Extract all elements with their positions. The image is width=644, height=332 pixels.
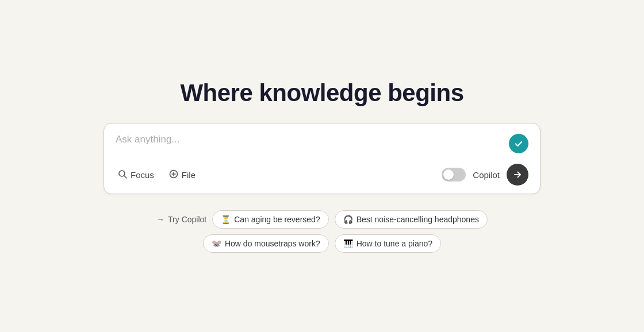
suggestion-text-2: How do mousetraps work? [225,239,320,248]
svg-line-1 [124,176,126,178]
main-container: Where knowledge begins Foc [103,79,540,253]
toolbar-right: Copilot [442,164,528,186]
suggestion-emoji-1: 🎧 [343,215,353,224]
plus-circle-icon [169,169,178,180]
suggestion-emoji-3: 🎹 [343,239,353,248]
suggestion-text-1: Best noise-cancelling headphones [356,215,479,224]
suggestions-area: → Try Copilot ⏳ Can aging be reversed? 🎧… [103,210,540,253]
toggle-track [442,168,466,182]
copilot-toggle[interactable] [442,168,466,182]
suggestion-emoji-0: ⏳ [221,215,231,224]
try-copilot-link[interactable]: → Try Copilot [156,215,206,224]
suggestion-pill-3[interactable]: 🎹 How to tune a piano? [335,234,441,253]
suggestions-row-1: → Try Copilot ⏳ Can aging be reversed? 🎧… [156,210,488,229]
search-toolbar: Focus File [116,164,528,186]
search-icon [118,169,127,180]
focus-label: Focus [131,170,154,180]
check-circle-button[interactable] [509,134,528,153]
focus-button[interactable]: Focus [116,168,156,182]
submit-arrow-button[interactable] [507,164,528,186]
suggestion-emoji-2: 🐭 [212,239,221,248]
suggestion-text-3: How to tune a piano? [356,239,432,248]
suggestion-text-0: Can aging be reversed? [234,215,320,224]
search-box: Focus File [103,123,540,194]
suggestion-pill-1[interactable]: 🎧 Best noise-cancelling headphones [335,210,488,229]
search-input[interactable] [116,134,509,145]
suggestion-pill-0[interactable]: ⏳ Can aging be reversed? [212,210,328,229]
try-copilot-label: Try Copilot [168,215,206,224]
suggestion-pill-2[interactable]: 🐭 How do mousetraps work? [203,234,329,253]
suggestions-row-2: 🐭 How do mousetraps work? 🎹 How to tune … [203,234,441,253]
copilot-label: Copilot [473,170,500,180]
page-heading: Where knowledge begins [180,79,463,107]
file-label: File [182,170,195,180]
search-input-row [116,134,528,153]
toolbar-left: Focus File [116,168,198,182]
try-copilot-arrow-icon: → [156,215,164,224]
file-button[interactable]: File [167,168,198,182]
toggle-thumb [443,169,454,180]
